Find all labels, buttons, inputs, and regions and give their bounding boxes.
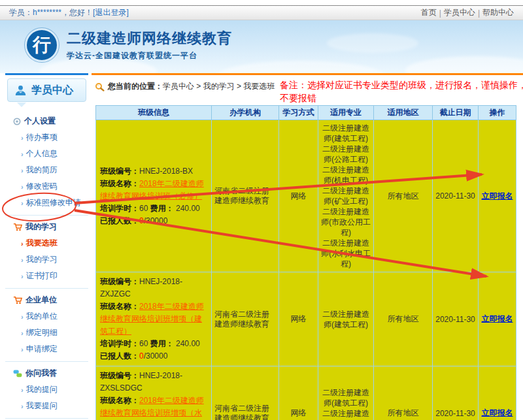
class-name-label: 班级名称：: [100, 179, 139, 188]
chevron-right-icon: ›: [21, 183, 24, 191]
apply-link[interactable]: 立即报名: [482, 191, 513, 201]
cart-icon: [13, 296, 22, 304]
sidebar-item[interactable]: ›我的学习: [5, 251, 88, 268]
sidebar-item[interactable]: ›我的单位: [5, 308, 88, 325]
sidebar-item[interactable]: ›个人信息: [5, 146, 88, 162]
sidebar-item[interactable]: ›我要提问: [5, 398, 88, 414]
majors-cell: 二级注册建造师(建筑工程): [318, 272, 374, 366]
sidebar-item[interactable]: ›我要选班: [5, 235, 88, 251]
enrolled-count: 0: [139, 216, 144, 225]
apply-link[interactable]: 立即报名: [482, 314, 513, 323]
hours-value: 60: [139, 339, 150, 348]
chevron-right-icon: ›: [21, 329, 24, 337]
class-code-value: HNEJ-2018-BX: [139, 167, 193, 176]
deadline-cell: 2020-11-30: [433, 272, 479, 366]
sidebar-title: 学员中心: [31, 84, 73, 97]
column-header: 适用专业: [318, 106, 374, 120]
topbar-user-area: 学员：h********，您好！[退出登录]: [9, 7, 129, 18]
sidebar-item-label: 我的简历: [26, 165, 58, 176]
sidebar-item[interactable]: ›我的提问: [5, 381, 88, 398]
sidebar-item[interactable]: ›申请绑定: [5, 341, 88, 357]
table-row: 班级编号：HNEJ-2018-ZXSLSDGC班级名称：2018年二级建造师继续…: [96, 366, 516, 420]
sidebar-item[interactable]: ›标准照修改申请: [5, 195, 88, 211]
sidebar-section-label: 企业单位: [25, 295, 57, 306]
sidebar-item[interactable]: ›修改密码: [5, 178, 88, 195]
column-header: 办学机构: [212, 106, 279, 120]
page: 学员：h********，您好！[退出登录] 首页|学员中心|帮助中心 行 二级…: [0, 0, 523, 420]
topnav-link[interactable]: 学员中心: [444, 7, 475, 18]
logout-link[interactable]: [退出登录]: [93, 8, 129, 17]
sidebar-item-label: 我要提问: [26, 400, 58, 412]
class-code-line: 班级编号：HNEJ-2018-ZXJZGC: [100, 276, 207, 300]
column-header: 学习方式: [279, 106, 318, 120]
sidebar-section: 你问我答›我的提问›我要提问: [5, 362, 88, 419]
enrolled-label: 已报人数：: [100, 351, 139, 361]
major-item: 二级注册建造师(建筑工程): [319, 387, 373, 408]
topnav-link[interactable]: 帮助中心: [482, 7, 514, 18]
content-area: 学员中心 个人设置›待办事项›个人信息›我的简历›修改密码›标准照修改申请我的学…: [0, 73, 523, 420]
chevron-right-icon: ›: [21, 272, 24, 280]
cloud-decoration: [327, 33, 418, 53]
topnav-link[interactable]: 首页: [421, 7, 437, 18]
username-link[interactable]: h********: [33, 8, 61, 17]
main-panel: 您当前的位置：学员中心 > 我的学习 > 我要选班 备注：选择对应证书专业类型的…: [92, 73, 523, 420]
region-cell: 所有地区: [374, 120, 433, 272]
class-hours-line: 培训学时：60 费用： 240.00: [100, 338, 207, 350]
sidebar-section-label: 我的学习: [25, 221, 57, 233]
class-name-label: 班级名称：: [100, 396, 139, 405]
region-cell: 所有地区: [374, 366, 433, 420]
hours-value: 60: [139, 204, 150, 213]
apply-link[interactable]: 立即报名: [482, 408, 513, 417]
major-item: 二级注册建造师(公路工程): [319, 144, 373, 165]
org-cell: 河南省二级注册建造师继续教育: [212, 272, 279, 366]
major-item: 二级注册建造师(水利水电工程): [319, 408, 373, 420]
class-info-cell: 班级编号：HNEJ-2018-BX班级名称：2018年二级建造师继续教育网络培训…: [96, 120, 212, 272]
class-info-cell: 班级编号：HNEJ-2018-ZXJZGC班级名称：2018年二级建造师继续教育…: [96, 272, 212, 366]
sidebar-item[interactable]: ›我的简历: [5, 162, 88, 178]
breadcrumb-row: 您当前的位置：学员中心 > 我的学习 > 我要选班 备注：选择对应证书专业类型的…: [95, 75, 516, 105]
fee-value: 240.00: [174, 204, 200, 213]
capacity-value: /30000: [144, 351, 168, 361]
sidebar-item-label: 标准照修改申请: [26, 197, 81, 208]
sidebar-section-header: 你问我答: [5, 365, 88, 381]
sidebar-item-label: 证书打印: [26, 270, 58, 282]
sidebar-menu: 个人设置›待办事项›个人信息›我的简历›修改密码›标准照修改申请我的学习›我要选…: [5, 107, 88, 420]
sidebar-section-header: 企业单位: [5, 292, 88, 308]
sidebar-header: 学员中心: [7, 78, 86, 102]
major-item: 二级注册建造师(机电工程): [319, 165, 373, 186]
class-info-cell: 班级编号：HNEJ-2018-ZXSLSDGC班级名称：2018年二级建造师继续…: [96, 366, 212, 420]
sidebar-item[interactable]: ›绑定明细: [5, 325, 88, 341]
site-title: 二级建造师网络继续教育: [67, 29, 232, 48]
deadline-cell: 2020-11-30: [433, 120, 479, 272]
table-body: 班级编号：HNEJ-2018-BX班级名称：2018年二级建造师继续教育网络培训…: [96, 120, 516, 420]
fee-label: 费用：: [150, 339, 174, 348]
class-code-label: 班级编号：: [100, 371, 139, 380]
sidebar-item-label: 绑定明细: [26, 327, 58, 338]
breadcrumb-path: 学员中心 > 我的学习 > 我要选班: [163, 82, 275, 91]
class-code-line: 班级编号：HNEJ-2018-BX: [100, 165, 207, 178]
member-icon: [14, 84, 27, 96]
note-text: 备注：选择对应证书专业类型的班级，进行报名，谨慎操作，不要报错: [280, 78, 523, 105]
cloud-decoration: [405, 56, 523, 73]
sidebar-item[interactable]: ›证书打印: [5, 268, 88, 284]
sidebar-item[interactable]: ›待办事项: [5, 129, 88, 146]
greeting-label: ，您好！: [61, 8, 93, 17]
topbar: 学员：h********，您好！[退出登录] 首页|学员中心|帮助中心: [0, 5, 523, 20]
action-cell: 立即报名: [479, 120, 516, 272]
target-icon: [13, 118, 21, 125]
chat-icon: [13, 370, 22, 378]
cart-icon: [13, 223, 22, 231]
sidebar-section-header: 我的学习: [5, 219, 88, 235]
class-code-line: 班级编号：HNEJ-2018-ZXSLSDGC: [100, 370, 207, 395]
chevron-right-icon: ›: [21, 150, 24, 158]
site-logo: 行 二级建造师网络继续教育 学达云-全国建设教育联盟统一平台: [25, 28, 232, 62]
top-margin: [0, 0, 523, 5]
class-name-line: 班级名称：2018年二级建造师继续教育网络培训班增项（建筑工程）: [100, 300, 207, 338]
major-item: 二级注册建造师(市政公用工程): [319, 206, 373, 238]
hours-label: 培训学时：: [100, 204, 139, 213]
table-header-row: 班级信息办学机构学习方式适用专业适用地区截止日期操作: [96, 106, 516, 120]
major-item: 二级注册建造师(建筑工程): [319, 123, 373, 144]
sidebar-item-label: 我要选班: [26, 238, 58, 249]
class-code-label: 班级编号：: [100, 167, 139, 176]
enrolled-count: 0: [139, 351, 144, 361]
